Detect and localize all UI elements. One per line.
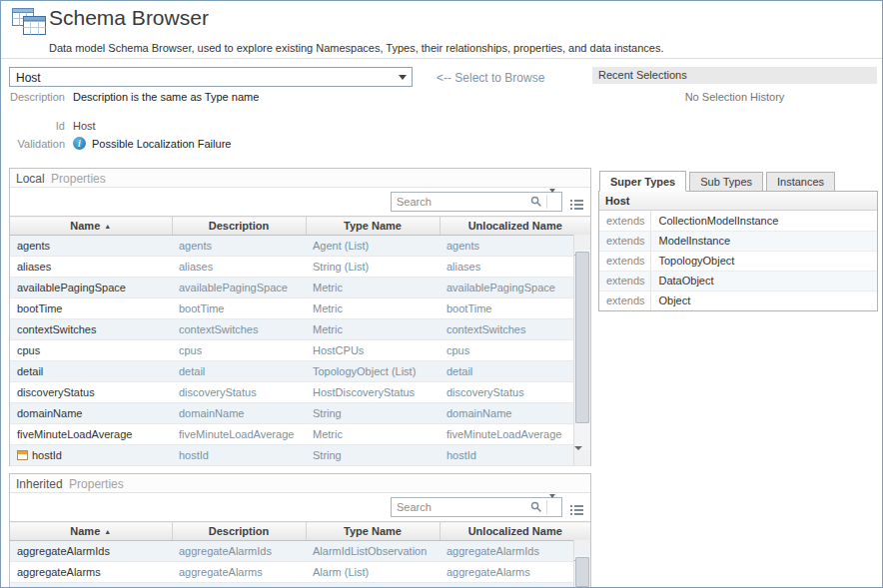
column-header-type-name[interactable]: Type Name [306,522,440,541]
table-row[interactable]: fiveMinuteLoadAveragefiveMinuteLoadAvera… [10,424,590,445]
table-cell: String [306,403,440,424]
table-row[interactable]: cpuscpusHostCPUscpus [10,340,590,361]
schema-browser-icon [11,7,47,41]
table-cell: hostId [440,445,590,466]
table-cell: hostId [172,445,306,466]
search-options-button[interactable] [549,193,561,211]
table-cell: availablePagingSpace [172,278,306,298]
column-header-description[interactable]: Description [172,217,306,236]
table-row[interactable]: extendsDataObject [599,271,877,291]
table-row[interactable]: bootTimebootTimeMetricbootTime [10,298,590,319]
sort-ascending-icon: ▲ [104,528,111,535]
scroll-down-button[interactable] [574,450,590,465]
recent-selections-panel: Recent Selections No Selection History [592,67,877,103]
table-row[interactable]: aggregateAlarmsaggregateAlarmsAlarm (Lis… [10,562,590,583]
table-cell: aliases [10,257,172,278]
table-cell: fiveMinuteLoadAverage [10,424,172,445]
table-row[interactable]: extendsObject [599,291,877,310]
inherited-properties-table: Name▲ Description Type Name Unlocalized … [10,521,590,583]
table-row[interactable]: hostIdhostIdStringhostId [10,445,590,466]
table-cell: TopologyObject [650,251,877,271]
super-types-header: Host [599,192,877,211]
table-cell: ModelInstance [650,231,877,251]
chevron-down-icon [399,75,407,80]
column-header-unlocalized-name[interactable]: Unlocalized Name [440,217,590,236]
table-cell: aggregateAlarmIds [10,541,172,562]
table-cell: detail [440,361,590,382]
table-cell: CollectionModelInstance [650,211,877,231]
table-cell: aliases [172,257,306,278]
table-cell: discoveryStatus [10,382,172,403]
search-input[interactable] [392,501,530,513]
chevron-down-icon [549,189,555,210]
info-icon[interactable]: i [73,137,86,150]
scroll-up-button[interactable] [574,235,590,250]
tab-instances[interactable]: Instances [766,172,835,192]
scrollbar-thumb[interactable] [575,557,589,587]
table-cell: HostCPUs [306,340,440,361]
inherited-properties-title: Inherited Properties [10,474,590,493]
table-row[interactable]: availablePagingSpaceavailablePagingSpace… [10,278,590,298]
scroll-up-button[interactable] [574,540,590,555]
column-header-type-name[interactable]: Type Name [306,217,440,236]
table-cell: Agent (List) [306,236,440,257]
table-cell: extends [599,271,650,291]
table-cell: cpus [172,340,306,361]
table-cell: bootTime [172,298,306,319]
inherited-properties-toolbar [10,493,590,521]
table-cell: aliases [440,257,590,278]
inherited-search-box[interactable] [391,497,562,517]
search-icon[interactable] [530,192,544,212]
combobox-dropdown-button[interactable] [394,68,412,86]
local-properties-title: Local Properties [10,169,590,188]
table-cell: contextSwitches [172,319,306,340]
search-options-button[interactable] [549,498,561,516]
sort-ascending-icon: ▲ [104,223,111,230]
local-search-box[interactable] [391,192,562,212]
local-properties-table: Name▲ Description Type Name Unlocalized … [10,216,590,466]
validation-label: Validation [9,138,65,150]
table-cell: discoveryStatus [172,382,306,403]
vertical-scrollbar[interactable] [573,235,590,465]
table-row[interactable]: detaildetailTopologyObject (List)detail [10,361,590,382]
table-cell: hostId [10,445,172,466]
type-select-combobox[interactable]: Host [9,67,413,87]
table-row[interactable]: extendsCollectionModelInstance [599,211,877,231]
table-cell: Metric [306,319,440,340]
scrollbar-thumb[interactable] [575,252,589,423]
table-row[interactable]: contextSwitchescontextSwitchesMetriccont… [10,319,590,340]
column-header-unlocalized-name[interactable]: Unlocalized Name [440,522,590,541]
column-header-name[interactable]: Name▲ [10,217,172,236]
column-header-name[interactable]: Name▲ [10,522,172,541]
table-customizer-icon[interactable] [570,502,583,520]
vertical-scrollbar[interactable] [573,540,590,588]
search-input[interactable] [392,196,530,208]
table-row[interactable]: domainNamedomainNameStringdomainName [10,403,590,424]
combobox-value: Host [16,71,41,85]
search-icon[interactable] [530,497,544,517]
table-row[interactable]: extendsModelInstance [599,231,877,251]
table-row[interactable]: aggregateAlarmIdsaggregateAlarmIdsAlarmI… [10,541,590,562]
table-cell: AlarmIdListObservation [306,541,440,562]
type-relation-tabs: Super Types Sub Types Instances [599,171,838,192]
column-header-label: Name [70,220,100,232]
table-cell: aggregateAlarms [10,562,172,583]
table-row[interactable]: aliasesaliasesString (List)aliases [10,257,590,278]
table-cell: String (List) [306,257,440,278]
table-cell: contextSwitches [440,319,590,340]
table-cell: availablePagingSpace [10,278,172,298]
tab-super-types[interactable]: Super Types [599,171,686,192]
description-value: Description is the same as Type name [73,91,259,103]
table-cell: bootTime [440,298,590,319]
table-cell: extends [599,251,650,271]
column-header-description[interactable]: Description [172,522,306,541]
table-row[interactable]: agentsagentsAgent (List)agents [10,236,590,257]
select-to-browse-hint: <-- Select to Browse [437,71,544,85]
table-cell: TopologyObject (List) [306,361,440,382]
table-row[interactable]: extendsTopologyObject [599,251,877,271]
table-cell: Metric [306,278,440,298]
tab-sub-types[interactable]: Sub Types [689,172,763,192]
table-row[interactable]: discoveryStatusdiscoveryStatusHostDiscov… [10,382,590,403]
table-cell: extends [599,291,650,310]
table-customizer-icon[interactable] [570,197,583,215]
